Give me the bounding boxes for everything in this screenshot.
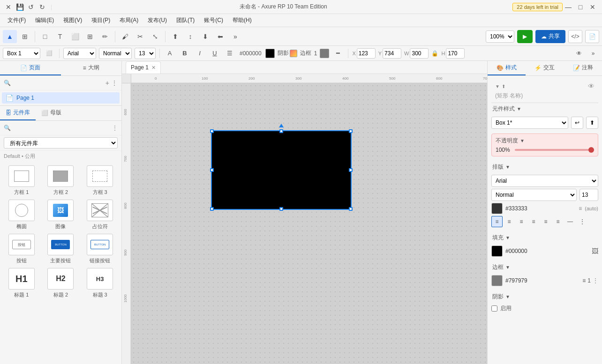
border-color-preview[interactable]: [491, 275, 503, 286]
list-btn[interactable]: ☰: [224, 48, 236, 59]
more-text-options[interactable]: ⋮: [577, 216, 588, 227]
component-name-select[interactable]: Box 1: [3, 48, 40, 59]
y-input[interactable]: [383, 48, 401, 59]
opacity-slider[interactable]: [515, 149, 594, 151]
doc-button[interactable]: 📄: [585, 30, 599, 43]
grid-tool[interactable]: ⊞: [83, 30, 97, 43]
fill-header[interactable]: 填充 ▼: [491, 232, 598, 244]
comp-btn-primary[interactable]: BUTTON 主要按钮: [43, 234, 79, 264]
close-app-icon[interactable]: ✕: [4, 2, 13, 12]
pages-search-input[interactable]: [13, 78, 104, 88]
x-input[interactable]: [357, 48, 376, 59]
menu-view[interactable]: 视图(V): [60, 15, 86, 26]
menu-edit[interactable]: 编辑(E): [31, 15, 58, 26]
font-size-select[interactable]: 13: [135, 48, 156, 59]
shadow-header[interactable]: 阴影 ▼: [491, 291, 598, 303]
border-more-btn[interactable]: ⋮: [593, 277, 598, 284]
canvas-workspace[interactable]: [131, 83, 487, 364]
handle-tl[interactable]: [210, 129, 214, 133]
shadow-btn[interactable]: 阴影: [278, 49, 297, 57]
align-bottom[interactable]: ⬇: [198, 30, 212, 43]
components-search-input[interactable]: [11, 123, 112, 133]
crop-tool[interactable]: ⊞: [18, 30, 32, 43]
code-button[interactable]: </>: [568, 30, 582, 43]
fill-color-swatch[interactable]: [265, 49, 275, 58]
tab-outline[interactable]: ≡ 大纲: [61, 61, 122, 75]
menu-help[interactable]: 帮助(H): [229, 15, 256, 26]
minimize-btn[interactable]: —: [563, 1, 574, 13]
comp-btn[interactable]: 按钮 按钮: [4, 234, 39, 264]
align-left[interactable]: ⬅: [213, 30, 227, 43]
comp-rect1[interactable]: 方框 1: [4, 165, 39, 196]
comp-rect2[interactable]: 方框 2: [43, 165, 79, 196]
handle-ml[interactable]: [210, 168, 214, 172]
more-props-btn[interactable]: »: [587, 48, 599, 59]
comp-placeholder[interactable]: 占位符: [82, 200, 118, 230]
handle-mr[interactable]: [349, 168, 353, 172]
input-tool[interactable]: ⬜: [68, 30, 82, 43]
menu-publish[interactable]: 发布(U): [144, 15, 171, 26]
handle-tm[interactable]: [279, 129, 283, 133]
paint-tool[interactable]: 🖌: [118, 30, 132, 43]
align-center-btn[interactable]: ≡: [504, 216, 515, 227]
undo-icon[interactable]: ↺: [26, 2, 36, 12]
align-left-btn[interactable]: ≡: [491, 216, 503, 227]
comp-h2[interactable]: H2 标题 2: [43, 268, 79, 298]
shadow-enable-label[interactable]: 启用: [500, 305, 512, 312]
comp-h1[interactable]: H1 标题 1: [4, 268, 39, 298]
share-button[interactable]: ☁ 共享: [535, 30, 565, 43]
page-item-1[interactable]: 📄 Page 1: [2, 92, 120, 104]
more-tools[interactable]: »: [228, 30, 242, 43]
align-middle[interactable]: ↕: [183, 30, 197, 43]
shadow-enable-checkbox[interactable]: [491, 305, 497, 312]
tab-interaction[interactable]: ⚡ 交互: [526, 61, 564, 75]
text-color-preview[interactable]: [491, 203, 503, 214]
pen-tool[interactable]: ✏: [98, 30, 112, 43]
style-visibility-btn[interactable]: 👁: [588, 82, 594, 90]
handle-bm[interactable]: [279, 207, 283, 211]
align-more-btn[interactable]: ≡: [540, 216, 551, 227]
italic-btn[interactable]: I: [194, 48, 206, 59]
handle-br[interactable]: [349, 207, 353, 211]
typography-header[interactable]: 排版 ▼: [491, 161, 598, 173]
align-top[interactable]: ⬆: [168, 30, 182, 43]
comp-btn-link[interactable]: BUTTON 链接按钮: [82, 234, 118, 264]
border-style-btn[interactable]: ━: [332, 48, 344, 59]
resize-tool[interactable]: ⤡: [148, 30, 162, 43]
tab-widget-library[interactable]: 🗄 元件库: [0, 106, 36, 120]
canvas-tab-close[interactable]: ✕: [151, 65, 156, 71]
align-right-btn[interactable]: ≡: [516, 216, 527, 227]
tab-pages[interactable]: 📄 页面: [0, 61, 61, 75]
border-header[interactable]: 边框 ▼: [491, 261, 598, 273]
canvas-tab-page1[interactable]: Page 1 ✕: [126, 61, 161, 74]
menu-account[interactable]: 账号(C): [200, 15, 227, 26]
menu-team[interactable]: 团队(T): [173, 15, 198, 26]
selected-shape[interactable]: [211, 130, 352, 210]
add-page-icon[interactable]: +: [105, 79, 109, 87]
font-style-select[interactable]: Normal: [99, 48, 132, 59]
valign-center-btn[interactable]: —: [564, 216, 576, 227]
w-input[interactable]: [410, 48, 429, 59]
filter-select[interactable]: 所有元件库: [4, 137, 118, 149]
zoom-select[interactable]: 100% 75% 50% 150% 200%: [486, 30, 514, 43]
border-color-swatch[interactable]: [320, 49, 329, 58]
fill-color-preview[interactable]: [491, 245, 503, 257]
lock-icon[interactable]: 🔒: [431, 50, 438, 57]
right-font-family[interactable]: Arial: [491, 175, 598, 187]
menu-project[interactable]: 项目(P): [88, 15, 114, 26]
comp-rect3[interactable]: 方框 3: [82, 165, 118, 196]
handle-tr[interactable]: [349, 129, 353, 133]
comp-h3[interactable]: H3 标题 3: [82, 268, 118, 298]
canvas-content[interactable]: 0 100 200 300 400 500 600 700 600 700 80…: [122, 74, 487, 364]
fill-image-icon[interactable]: 🖼: [592, 247, 598, 255]
right-font-style[interactable]: Normal: [491, 189, 577, 201]
save-icon[interactable]: 💾: [15, 2, 24, 12]
select-tool[interactable]: ▲: [3, 30, 17, 43]
font-color-btn[interactable]: A: [164, 48, 176, 59]
comp-style-select[interactable]: Box 1*: [491, 117, 568, 129]
underline-btn[interactable]: U: [209, 48, 221, 59]
font-family-select[interactable]: Arial: [63, 48, 96, 59]
text-tool[interactable]: T: [53, 30, 67, 43]
menu-file[interactable]: 文件(F): [4, 15, 30, 26]
rotation-handle[interactable]: [279, 124, 284, 127]
